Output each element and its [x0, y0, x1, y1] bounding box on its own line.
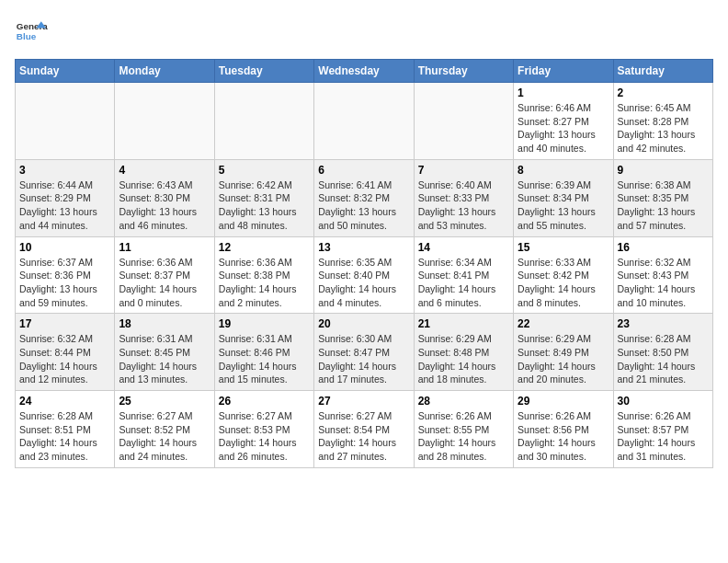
day-number: 5	[219, 164, 310, 177]
calendar-week-row: 10Sunrise: 6:37 AM Sunset: 8:36 PM Dayli…	[16, 236, 713, 314]
day-info: Sunrise: 6:26 AM Sunset: 8:55 PM Dayligh…	[418, 409, 509, 464]
day-info: Sunrise: 6:28 AM Sunset: 8:50 PM Dayligh…	[618, 332, 709, 386]
calendar-day-cell: 11Sunrise: 6:36 AM Sunset: 8:37 PM Dayli…	[115, 236, 214, 314]
day-number: 10	[19, 241, 110, 254]
day-number: 6	[318, 164, 409, 177]
day-number: 11	[119, 241, 210, 254]
day-number: 29	[518, 395, 609, 408]
day-number: 17	[19, 317, 110, 330]
calendar-day-cell: 4Sunrise: 6:43 AM Sunset: 8:30 PM Daylig…	[115, 159, 214, 236]
weekday-header: Wednesday	[314, 60, 414, 83]
calendar-day-cell: 1Sunrise: 6:46 AM Sunset: 8:27 PM Daylig…	[514, 83, 613, 160]
day-number: 24	[19, 395, 110, 408]
calendar-day-cell: 22Sunrise: 6:29 AM Sunset: 8:49 PM Dayli…	[514, 314, 613, 391]
svg-text:Blue: Blue	[17, 31, 37, 41]
day-info: Sunrise: 6:27 AM Sunset: 8:53 PM Dayligh…	[219, 409, 310, 464]
day-number: 4	[119, 164, 210, 177]
calendar-day-cell: 19Sunrise: 6:31 AM Sunset: 8:46 PM Dayli…	[214, 314, 313, 391]
day-number: 28	[418, 395, 509, 408]
logo: General Blue	[15, 15, 48, 48]
calendar-day-cell: 8Sunrise: 6:39 AM Sunset: 8:34 PM Daylig…	[514, 159, 613, 236]
day-number: 7	[418, 164, 509, 177]
calendar-day-cell: 18Sunrise: 6:31 AM Sunset: 8:45 PM Dayli…	[115, 314, 214, 391]
calendar-day-cell	[414, 83, 513, 160]
calendar-day-cell: 15Sunrise: 6:33 AM Sunset: 8:42 PM Dayli…	[514, 236, 613, 314]
day-info: Sunrise: 6:32 AM Sunset: 8:44 PM Dayligh…	[19, 332, 110, 386]
calendar-day-cell: 23Sunrise: 6:28 AM Sunset: 8:50 PM Dayli…	[613, 314, 712, 391]
day-info: Sunrise: 6:27 AM Sunset: 8:52 PM Dayligh…	[119, 409, 210, 464]
calendar-day-cell: 26Sunrise: 6:27 AM Sunset: 8:53 PM Dayli…	[214, 391, 313, 468]
calendar-day-cell	[115, 83, 214, 160]
calendar-day-cell	[214, 83, 313, 160]
day-number: 8	[518, 164, 609, 177]
day-info: Sunrise: 6:26 AM Sunset: 8:56 PM Dayligh…	[518, 409, 609, 464]
day-number: 19	[219, 317, 310, 330]
calendar-day-cell: 13Sunrise: 6:35 AM Sunset: 8:40 PM Dayli…	[314, 236, 414, 314]
day-info: Sunrise: 6:46 AM Sunset: 8:27 PM Dayligh…	[518, 101, 609, 155]
day-number: 20	[318, 317, 409, 330]
calendar-day-cell: 2Sunrise: 6:45 AM Sunset: 8:28 PM Daylig…	[613, 83, 712, 160]
calendar-week-row: 17Sunrise: 6:32 AM Sunset: 8:44 PM Dayli…	[16, 314, 713, 391]
day-info: Sunrise: 6:28 AM Sunset: 8:51 PM Dayligh…	[19, 409, 110, 464]
day-info: Sunrise: 6:31 AM Sunset: 8:45 PM Dayligh…	[119, 332, 210, 386]
day-info: Sunrise: 6:33 AM Sunset: 8:42 PM Dayligh…	[518, 256, 609, 310]
calendar-day-cell: 28Sunrise: 6:26 AM Sunset: 8:55 PM Dayli…	[414, 391, 513, 468]
calendar-day-cell: 17Sunrise: 6:32 AM Sunset: 8:44 PM Dayli…	[16, 314, 115, 391]
weekday-header: Tuesday	[214, 60, 313, 83]
calendar-day-cell: 24Sunrise: 6:28 AM Sunset: 8:51 PM Dayli…	[16, 391, 115, 468]
calendar-day-cell	[16, 83, 115, 160]
calendar-week-row: 1Sunrise: 6:46 AM Sunset: 8:27 PM Daylig…	[16, 83, 713, 160]
day-number: 15	[518, 241, 609, 254]
day-number: 23	[618, 317, 709, 330]
day-info: Sunrise: 6:26 AM Sunset: 8:57 PM Dayligh…	[618, 409, 709, 464]
day-info: Sunrise: 6:36 AM Sunset: 8:37 PM Dayligh…	[119, 256, 210, 310]
day-info: Sunrise: 6:27 AM Sunset: 8:54 PM Dayligh…	[318, 409, 409, 464]
day-info: Sunrise: 6:35 AM Sunset: 8:40 PM Dayligh…	[318, 256, 409, 310]
day-number: 25	[119, 395, 210, 408]
day-info: Sunrise: 6:43 AM Sunset: 8:30 PM Dayligh…	[119, 178, 210, 233]
calendar-week-row: 3Sunrise: 6:44 AM Sunset: 8:29 PM Daylig…	[16, 159, 713, 236]
weekday-header: Saturday	[613, 60, 712, 83]
calendar-day-cell: 10Sunrise: 6:37 AM Sunset: 8:36 PM Dayli…	[16, 236, 115, 314]
calendar-day-cell: 30Sunrise: 6:26 AM Sunset: 8:57 PM Dayli…	[613, 391, 712, 468]
day-number: 22	[518, 317, 609, 330]
calendar-day-cell: 27Sunrise: 6:27 AM Sunset: 8:54 PM Dayli…	[314, 391, 414, 468]
day-number: 2	[618, 86, 709, 99]
day-info: Sunrise: 6:42 AM Sunset: 8:31 PM Dayligh…	[219, 178, 310, 233]
weekday-header: Thursday	[414, 60, 513, 83]
calendar-day-cell: 12Sunrise: 6:36 AM Sunset: 8:38 PM Dayli…	[214, 236, 313, 314]
day-info: Sunrise: 6:45 AM Sunset: 8:28 PM Dayligh…	[618, 101, 709, 155]
day-info: Sunrise: 6:39 AM Sunset: 8:34 PM Dayligh…	[518, 178, 609, 233]
calendar-day-cell: 3Sunrise: 6:44 AM Sunset: 8:29 PM Daylig…	[16, 159, 115, 236]
day-info: Sunrise: 6:31 AM Sunset: 8:46 PM Dayligh…	[219, 332, 310, 386]
day-info: Sunrise: 6:41 AM Sunset: 8:32 PM Dayligh…	[318, 178, 409, 233]
day-info: Sunrise: 6:36 AM Sunset: 8:38 PM Dayligh…	[219, 256, 310, 310]
calendar-day-cell: 20Sunrise: 6:30 AM Sunset: 8:47 PM Dayli…	[314, 314, 414, 391]
day-info: Sunrise: 6:38 AM Sunset: 8:35 PM Dayligh…	[618, 178, 709, 233]
calendar-day-cell: 14Sunrise: 6:34 AM Sunset: 8:41 PM Dayli…	[414, 236, 513, 314]
day-info: Sunrise: 6:40 AM Sunset: 8:33 PM Dayligh…	[418, 178, 509, 233]
day-info: Sunrise: 6:29 AM Sunset: 8:49 PM Dayligh…	[518, 332, 609, 386]
day-number: 26	[219, 395, 310, 408]
day-number: 16	[618, 241, 709, 254]
day-info: Sunrise: 6:34 AM Sunset: 8:41 PM Dayligh…	[418, 256, 509, 310]
day-number: 3	[19, 164, 110, 177]
day-number: 1	[518, 86, 609, 99]
calendar-day-cell: 7Sunrise: 6:40 AM Sunset: 8:33 PM Daylig…	[414, 159, 513, 236]
day-info: Sunrise: 6:44 AM Sunset: 8:29 PM Dayligh…	[19, 178, 110, 233]
day-number: 12	[219, 241, 310, 254]
day-info: Sunrise: 6:29 AM Sunset: 8:48 PM Dayligh…	[418, 332, 509, 386]
day-number: 9	[618, 164, 709, 177]
page-header: General Blue	[15, 15, 713, 48]
day-number: 13	[318, 241, 409, 254]
calendar-table: SundayMondayTuesdayWednesdayThursdayFrid…	[15, 59, 713, 468]
day-info: Sunrise: 6:37 AM Sunset: 8:36 PM Dayligh…	[19, 256, 110, 310]
day-number: 18	[119, 317, 210, 330]
weekday-header: Friday	[514, 60, 613, 83]
day-info: Sunrise: 6:32 AM Sunset: 8:43 PM Dayligh…	[618, 256, 709, 310]
calendar-day-cell: 9Sunrise: 6:38 AM Sunset: 8:35 PM Daylig…	[613, 159, 712, 236]
day-info: Sunrise: 6:30 AM Sunset: 8:47 PM Dayligh…	[318, 332, 409, 386]
calendar-day-cell: 21Sunrise: 6:29 AM Sunset: 8:48 PM Dayli…	[414, 314, 513, 391]
day-number: 14	[418, 241, 509, 254]
calendar-header-row: SundayMondayTuesdayWednesdayThursdayFrid…	[16, 60, 713, 83]
